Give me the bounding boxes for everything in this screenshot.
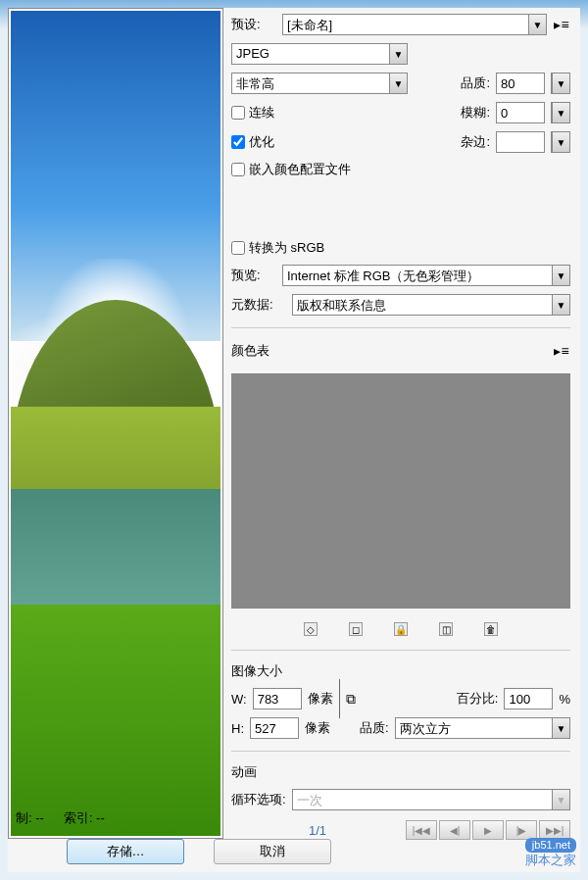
preview-image [8,8,223,839]
color-table-btn-3[interactable]: 🔒 [394,622,408,636]
chevron-down-icon: ▼ [389,73,407,93]
matte-dropdown[interactable]: ▼ [551,131,570,153]
color-table-btn-1[interactable]: ◇ [304,622,318,636]
width-unit: 像素 [308,690,333,708]
trash-icon[interactable]: 🗑 [484,622,498,636]
embed-profile-checkbox[interactable]: 嵌入颜色配置文件 [231,161,351,178]
metadata-label: 元数据: [231,296,286,314]
quality-input[interactable] [496,73,545,94]
width-label: W: [231,692,247,707]
preset-label: 预设: [231,16,276,33]
color-table-title: 颜色表 [231,342,270,360]
convert-srgb-checkbox[interactable]: 转换为 sRGB [231,239,324,257]
height-input[interactable] [250,717,299,739]
preview-label: 预览: [231,267,276,284]
quality-stepper[interactable]: ▼ [551,73,570,94]
quality-label: 品质: [461,74,490,92]
flyout-menu-icon[interactable]: ▸≡ [553,17,570,32]
blur-stepper[interactable]: ▼ [551,102,570,123]
quality-level-select[interactable]: 非常高 ▼ [231,73,408,94]
chevron-down-icon: ▼ [552,73,569,93]
animation-title: 动画 [231,763,570,781]
metadata-select[interactable]: 版权和联系信息 ▼ [292,294,570,316]
progressive-checkbox[interactable]: 连续 [231,104,408,122]
save-button[interactable]: 存储… [67,839,184,864]
width-input[interactable] [253,688,302,709]
percent-label: 百分比: [457,690,499,708]
format-select[interactable]: JPEG ▼ [231,43,408,65]
chevron-down-icon: ▼ [552,718,569,738]
matte-label: 杂边: [461,133,490,151]
color-table-btn-2[interactable]: ◻ [349,622,363,636]
percent-unit: % [559,692,570,707]
chevron-down-icon: ▼ [552,266,569,285]
blur-label: 模糊: [461,104,490,122]
status-control: 制: -- [16,809,44,827]
height-label: H: [231,721,244,736]
resample-quality-label: 品质: [360,719,389,737]
image-size-title: 图像大小 [231,662,570,680]
preview-select[interactable]: Internet 标准 RGB（无色彩管理） ▼ [282,265,570,286]
flyout-menu-icon[interactable]: ▸≡ [553,343,570,359]
cancel-button[interactable]: 取消 [214,839,331,864]
chevron-down-icon: ▼ [552,103,569,122]
height-unit: 像素 [305,719,330,737]
chevron-down-icon: ▼ [528,15,546,34]
color-table-area [231,373,570,609]
resample-select[interactable]: 两次立方 ▼ [395,717,570,739]
watermark: jb51.net 脚本之家 [525,838,576,868]
blur-input[interactable] [496,102,545,123]
matte-select[interactable] [496,131,545,153]
color-table-btn-4[interactable]: ◫ [439,622,453,636]
status-index: 索引: -- [64,809,105,827]
chevron-down-icon: ▼ [389,44,407,64]
percent-input[interactable] [504,688,553,709]
link-icon[interactable]: ⧉ [346,691,356,708]
optimize-checkbox[interactable]: 优化 [231,133,408,151]
chevron-down-icon: ▼ [552,132,569,152]
chevron-down-icon: ▼ [552,295,569,315]
preset-select[interactable]: [未命名] ▼ [282,14,547,35]
